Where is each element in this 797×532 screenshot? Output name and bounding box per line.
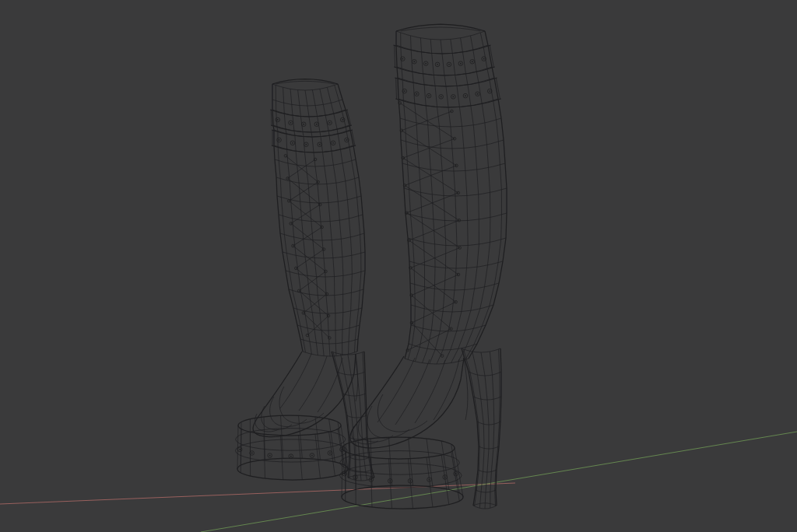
stud-center <box>437 64 438 65</box>
foot-contour <box>415 360 445 423</box>
foot-contour <box>395 359 430 425</box>
stud-center <box>290 122 292 124</box>
stud-center <box>290 456 292 457</box>
stud-center <box>279 139 280 141</box>
platform-column <box>237 425 238 469</box>
stud-center <box>483 58 485 60</box>
shaft-rim <box>272 79 338 84</box>
wireframe-scene-canvas[interactable] <box>0 0 797 532</box>
lace-line <box>288 159 316 178</box>
stud-center <box>409 480 411 481</box>
shaft-column <box>458 36 490 362</box>
lace-line <box>307 316 328 335</box>
lace-eyelet <box>292 244 295 247</box>
lace-eyelet <box>455 301 458 304</box>
platform-column <box>409 437 413 485</box>
platform-column <box>281 436 283 480</box>
stud-center <box>269 455 271 457</box>
stud-center <box>277 119 279 121</box>
shaft-column <box>276 86 305 353</box>
stud-center <box>425 63 427 65</box>
stud-center <box>448 64 450 65</box>
stud-center <box>441 96 442 97</box>
shaft-column <box>430 39 446 363</box>
stud-center <box>389 480 391 481</box>
strap-end <box>395 45 395 67</box>
x-axis-line <box>0 483 515 504</box>
shaft-column <box>290 89 318 355</box>
stud-center <box>444 477 446 478</box>
strap-end <box>396 78 397 99</box>
stud-center <box>305 144 307 145</box>
stud-center <box>460 63 462 65</box>
foot-contour <box>367 406 409 438</box>
stud-center <box>413 61 415 62</box>
shaft-column <box>444 39 468 363</box>
platform-column <box>451 452 460 501</box>
foot-contour <box>377 358 415 422</box>
stud-center <box>402 58 403 60</box>
lace-line <box>296 250 324 268</box>
shaft-row <box>396 31 485 40</box>
lace-line <box>289 182 318 201</box>
stud-center <box>329 122 331 124</box>
shaft-rim-inner <box>276 81 335 84</box>
stud-center <box>416 93 417 95</box>
stud-center <box>452 96 454 97</box>
stud-center <box>342 119 343 121</box>
stud-center <box>477 93 479 95</box>
lace-line <box>412 296 451 329</box>
platform-column <box>409 459 413 509</box>
shaft-row <box>272 84 338 90</box>
strap-end <box>271 110 272 125</box>
shaft-rim <box>396 24 485 31</box>
stud-center <box>311 455 313 457</box>
platform-column <box>441 441 449 489</box>
stud-center <box>303 124 304 125</box>
stud-center <box>472 61 473 62</box>
platform-column <box>389 437 392 485</box>
shaft-rim-inner <box>401 27 481 31</box>
platform-top-edge <box>342 437 455 459</box>
stud-center <box>292 142 293 144</box>
lace-eyelet <box>328 337 332 340</box>
3d-viewport[interactable] <box>0 0 797 532</box>
platform-column <box>299 436 303 480</box>
left-boot-wireframe[interactable] <box>235 79 374 481</box>
stud-center <box>329 453 331 454</box>
foot-contour <box>270 397 307 427</box>
lace-eyelet <box>453 137 456 140</box>
foot-contour <box>434 359 459 420</box>
platform-column <box>299 415 303 458</box>
lace-line <box>409 220 459 240</box>
lace-line <box>304 294 327 313</box>
stud-center <box>344 473 346 474</box>
stud-center <box>332 142 334 144</box>
lace-eyelet <box>327 314 330 317</box>
stud-center <box>319 144 321 145</box>
lace-line <box>293 227 322 246</box>
platform-column <box>389 459 392 509</box>
stud-center <box>455 473 457 474</box>
stud-center <box>404 90 406 92</box>
stud-center <box>370 479 372 481</box>
stud-center <box>316 124 318 125</box>
platform-band-edge <box>340 451 460 475</box>
heel-row <box>462 348 500 352</box>
foot-contour <box>262 406 292 430</box>
platform-bottom-edge <box>237 458 348 480</box>
foot-contour <box>279 387 324 423</box>
stud-center <box>429 479 430 481</box>
stud-center <box>428 95 430 96</box>
heel-bottom-cap <box>348 475 374 478</box>
shaft-column <box>437 40 457 364</box>
platform-column <box>441 455 449 505</box>
foot-contour <box>299 356 327 411</box>
stud-center <box>465 95 466 96</box>
stud-center <box>251 453 253 454</box>
platform-bottom-edge <box>342 485 463 509</box>
stud-center <box>239 449 241 450</box>
stud-center <box>489 90 490 92</box>
stud-center <box>355 477 356 478</box>
stud-center <box>346 139 348 141</box>
